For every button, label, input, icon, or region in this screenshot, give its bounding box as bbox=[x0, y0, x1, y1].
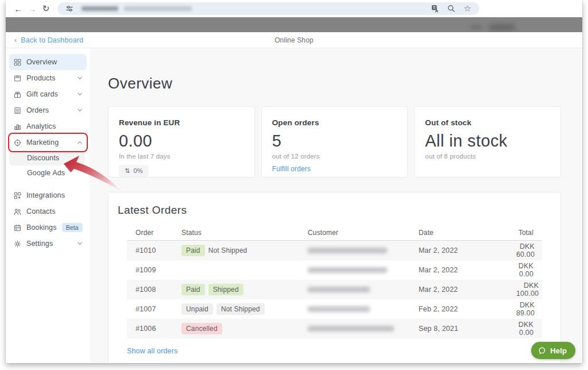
status-badge-cancelled: Cancelled bbox=[181, 323, 222, 334]
card-link-fulfill-orders[interactable]: Fulfill orders bbox=[272, 165, 311, 173]
browser-forward-button[interactable]: → bbox=[25, 4, 39, 14]
marketing-icon bbox=[14, 139, 21, 147]
trend-value: 0% bbox=[133, 167, 142, 174]
stat-cards-row: Revenue in EUR0.00In the last 7 days⇅0%O… bbox=[108, 106, 561, 178]
order-row[interactable]: #1006CancelledSep 8, 2021DKK 0.00 bbox=[127, 319, 542, 338]
chevron-down-icon bbox=[78, 242, 82, 245]
orders-table: OrderStatusCustomerDateTotal #1010PaidNo… bbox=[127, 225, 542, 338]
sidebar-item-label: Bookings bbox=[26, 223, 57, 232]
order-date: Mar 2, 2022 bbox=[419, 266, 516, 274]
stat-card-out-of-stock: Out of stockAll in stockout of 8 product… bbox=[414, 106, 561, 178]
browser-reload-button[interactable]: ↻ bbox=[39, 3, 53, 14]
stat-card-open-orders: Open orders5out of 12 ordersFulfill orde… bbox=[261, 106, 408, 178]
order-total: DKK 89.00 bbox=[516, 301, 535, 317]
sidebar-item-label: Gift cards bbox=[26, 90, 58, 98]
status-badge-paid: Paid bbox=[181, 245, 205, 256]
orders-table-body: #1010PaidNot ShippedMar 2, 2022DKK 60.00… bbox=[127, 241, 542, 338]
sidebar-subitem-label: Google Ads bbox=[27, 169, 65, 177]
card-subtitle: out of 12 orders bbox=[272, 153, 397, 160]
order-date: Feb 2, 2022 bbox=[419, 305, 516, 313]
order-row[interactable]: #1009Mar 2, 2022DKK 0.00 bbox=[127, 260, 542, 280]
card-subtitle: In the last 7 days bbox=[119, 153, 244, 160]
tune-sliders-icon[interactable] bbox=[63, 5, 76, 13]
order-id: #1010 bbox=[136, 246, 181, 255]
order-row[interactable]: #1007UnpaidNot ShippedFeb 2, 2022DKK 89.… bbox=[127, 299, 542, 319]
bookmark-star-icon[interactable]: ☆ bbox=[461, 3, 474, 14]
status-badge-unpaid: Unpaid bbox=[181, 303, 213, 315]
products-icon bbox=[14, 75, 21, 82]
updown-arrows-icon: ⇅ bbox=[125, 167, 130, 175]
order-customer bbox=[308, 306, 419, 312]
sidebar-item-gift-cards[interactable]: Gift cards bbox=[9, 86, 87, 102]
in-page-search-icon[interactable] bbox=[445, 5, 458, 13]
sidebar-item-products[interactable]: Products bbox=[9, 70, 87, 86]
orders-icon bbox=[14, 107, 21, 114]
sidebar: OverviewProductsGift cardsOrdersAnalytic… bbox=[6, 48, 90, 363]
page-canvas: ← → ↻ ☆ bbox=[0, 0, 588, 370]
sidebar-item-orders[interactable]: Orders bbox=[9, 102, 87, 118]
card-title: Open orders bbox=[272, 118, 397, 127]
browser-toolbar: ← → ↻ ☆ bbox=[6, 0, 582, 17]
order-customer bbox=[308, 267, 419, 273]
chat-bubble-icon bbox=[537, 346, 546, 355]
contacts-icon bbox=[14, 208, 21, 215]
browser-window: ← → ↻ ☆ bbox=[6, 0, 582, 363]
sidebar-item-label: Contacts bbox=[26, 207, 56, 215]
sidebar-item-settings[interactable]: Settings bbox=[9, 236, 87, 252]
chevron-down-icon bbox=[78, 92, 82, 96]
overview-icon bbox=[14, 59, 21, 66]
address-bar[interactable]: ☆ bbox=[57, 2, 479, 15]
blurred-url-text bbox=[124, 6, 192, 11]
help-button-label: Help bbox=[550, 346, 567, 355]
order-status: PaidNot Shipped bbox=[181, 245, 308, 256]
sidebar-item-label: Marketing bbox=[26, 138, 59, 147]
customer-name-redacted bbox=[308, 287, 370, 292]
back-link-label: Back to Dashboard bbox=[21, 36, 83, 44]
card-value: 0.00 bbox=[119, 132, 244, 151]
latest-orders-title: Latest Orders bbox=[118, 204, 542, 217]
order-row[interactable]: #1008PaidShippedMar 2, 2022DKK 100.00 bbox=[127, 280, 542, 299]
sidebar-item-bookings[interactable]: BookingsBeta bbox=[9, 219, 87, 236]
status-badge-shipped: Shipped bbox=[208, 284, 243, 295]
gift-cards-icon bbox=[14, 91, 21, 98]
order-id: #1007 bbox=[136, 305, 181, 313]
customer-name-redacted bbox=[308, 326, 394, 332]
order-total: DKK 100.00 bbox=[516, 282, 539, 298]
app-body: OverviewProductsGift cardsOrdersAnalytic… bbox=[6, 48, 582, 363]
sidebar-item-contacts[interactable]: Contacts bbox=[9, 203, 87, 219]
order-status: PaidShipped bbox=[181, 284, 308, 295]
stat-card-revenue-in-eur: Revenue in EUR0.00In the last 7 days⇅0% bbox=[108, 106, 255, 178]
column-header-status: Status bbox=[181, 229, 308, 237]
sidebar-item-integrations[interactable]: Integrations bbox=[9, 187, 87, 203]
integrations-icon bbox=[14, 192, 21, 199]
status-badge-not-shipped: Not Shipped bbox=[216, 303, 265, 315]
blurred-url-text bbox=[82, 6, 118, 11]
order-total: DKK 60.00 bbox=[516, 242, 535, 259]
card-subtitle: out of 8 products bbox=[425, 153, 550, 160]
sidebar-item-overview[interactable]: Overview bbox=[9, 54, 87, 70]
column-header-order: Order bbox=[136, 229, 181, 237]
translate-icon[interactable] bbox=[429, 5, 442, 13]
sidebar-subitem-google-ads[interactable]: Google Ads bbox=[9, 165, 84, 180]
trend-badge: ⇅0% bbox=[119, 165, 149, 177]
sidebar-subitem-discounts[interactable]: Discounts bbox=[9, 151, 84, 165]
sidebar-item-analytics[interactable]: Analytics bbox=[9, 118, 87, 134]
sidebar-item-marketing[interactable]: Marketing bbox=[9, 134, 87, 151]
card-value: 5 bbox=[272, 132, 397, 151]
column-header-total: Total bbox=[516, 229, 533, 237]
order-date: Sep 8, 2021 bbox=[419, 325, 516, 333]
chevron-down-icon bbox=[78, 109, 82, 112]
back-to-dashboard-link[interactable]: ‹ Back to Dashboard bbox=[14, 36, 83, 44]
browser-back-button[interactable]: ← bbox=[11, 4, 25, 14]
order-total: DKK 0.00 bbox=[516, 262, 533, 278]
order-row[interactable]: #1010PaidNot ShippedMar 2, 2022DKK 60.00 bbox=[127, 241, 542, 260]
sidebar-item-label: Integrations bbox=[26, 191, 65, 199]
app-top-bar: Online Shop ‹ Back to Dashboard bbox=[6, 32, 582, 48]
order-customer bbox=[308, 287, 419, 292]
card-title: Out of stock bbox=[425, 118, 550, 127]
main-content: Overview Revenue in EUR0.00In the last 7… bbox=[90, 48, 582, 363]
order-date: Mar 2, 2022 bbox=[419, 286, 516, 294]
blurred-header-element bbox=[470, 25, 482, 30]
help-button[interactable]: Help bbox=[531, 342, 575, 359]
show-all-orders-link[interactable]: Show all orders bbox=[127, 347, 177, 355]
